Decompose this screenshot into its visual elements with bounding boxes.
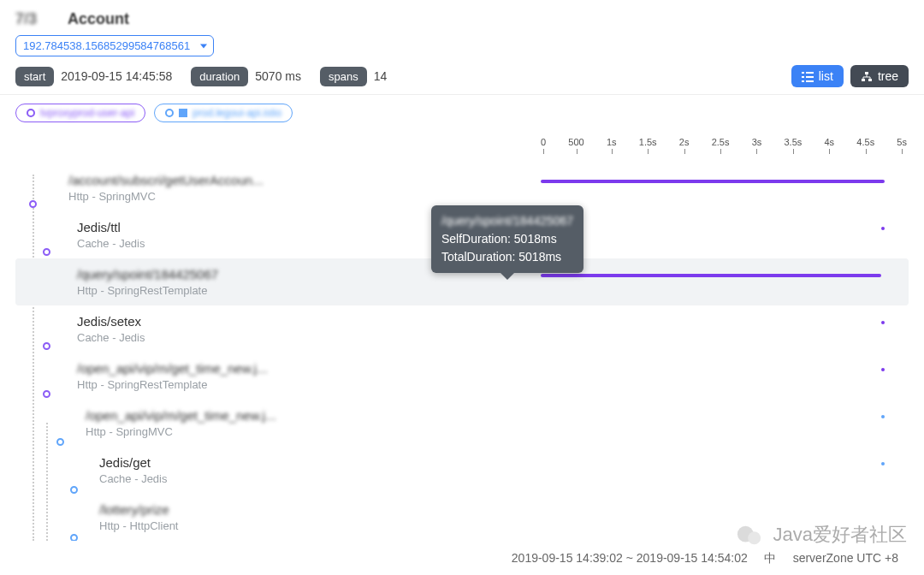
svg-point-10 xyxy=(749,531,761,544)
span-subtitle: Http - SpringRestTemplate xyxy=(77,378,909,391)
span-subtitle: Cache - Jedis xyxy=(77,331,909,344)
divider xyxy=(0,94,924,95)
svg-rect-2 xyxy=(802,76,804,78)
span-title: /open_api/vip/m/get_time_new.j... xyxy=(77,361,909,376)
svg-rect-0 xyxy=(802,72,804,74)
tz-value: serverZone UTC +8 xyxy=(793,551,898,565)
start-value: 2019-09-15 14:45:58 xyxy=(61,69,172,83)
list-icon xyxy=(802,71,814,81)
span-row[interactable]: /account/subscri/getUserAccoun... Http -… xyxy=(15,164,909,211)
duration-value: 5070 ms xyxy=(255,69,301,83)
span-row[interactable]: /open_api/vip/m/get_time_new.j... Http -… xyxy=(15,400,909,447)
span-bar xyxy=(541,180,885,183)
trace-select-wrap[interactable]: 192.784538.15685299584768561 xyxy=(15,35,214,56)
svg-rect-7 xyxy=(862,79,865,81)
time-range: 2019-09-15 14:39:02 ~ 2019-09-15 14:54:0… xyxy=(512,551,748,565)
svg-rect-4 xyxy=(802,80,804,82)
svg-rect-3 xyxy=(806,76,814,78)
span-title: Jedis/setex xyxy=(77,314,909,329)
span-bar xyxy=(541,274,881,277)
span-title: /open_api/vip/m/get_time_new.j... xyxy=(86,408,909,423)
span-bar xyxy=(881,227,885,230)
span-row[interactable]: /open_api/vip/m/get_time_new.j... Http -… xyxy=(15,353,909,400)
spans-value: 14 xyxy=(374,69,388,83)
start-label: start xyxy=(15,67,54,86)
circle-icon xyxy=(165,109,174,117)
span-title: Jedis/get xyxy=(99,455,909,470)
svg-rect-8 xyxy=(868,79,872,81)
duration-label: duration xyxy=(191,67,248,86)
tree-view-button[interactable]: tree xyxy=(850,65,909,87)
span-bar xyxy=(881,462,885,465)
span-row[interactable]: Jedis/setex Cache - Jedis xyxy=(15,305,909,353)
span-subtitle: Cache - Jedis xyxy=(99,472,909,485)
span-bar xyxy=(881,415,885,418)
svg-rect-5 xyxy=(806,80,814,82)
square-icon xyxy=(179,109,187,117)
watermark: Java爱好者社区 xyxy=(737,522,907,548)
span-title: /lottery/prize xyxy=(99,502,909,517)
breadcrumb: 7/3 Account xyxy=(15,10,909,28)
page-title: Account xyxy=(68,10,129,28)
service-tag-a[interactable]: tvproxyprod-user-api xyxy=(15,104,145,122)
list-view-button[interactable]: list xyxy=(791,65,844,87)
span-bar xyxy=(881,368,885,371)
wechat-icon xyxy=(737,524,762,548)
time-ruler: 05001s1.5s2s2.5s3s3.5s4s4.5s5s xyxy=(541,137,907,147)
footer: 2019-09-15 14:39:02 ~ 2019-09-15 14:54:0… xyxy=(512,551,898,566)
trace-id-select[interactable]: 192.784538.15685299584768561 xyxy=(15,35,214,56)
breadcrumb-1: 7/3 xyxy=(15,10,37,28)
tz-label: 中 xyxy=(764,551,776,565)
svg-rect-1 xyxy=(806,72,814,74)
span-row[interactable]: Jedis/get Cache - Jedis xyxy=(15,447,909,494)
span-bar xyxy=(881,321,885,324)
spans-label: spans xyxy=(320,67,367,86)
tree-icon xyxy=(861,71,873,81)
span-subtitle: Http - SpringMVC xyxy=(86,425,909,438)
span-subtitle: Http - SpringMVC xyxy=(68,190,909,203)
svg-rect-6 xyxy=(865,72,868,74)
span-subtitle: Http - SpringRestTemplate xyxy=(77,284,909,297)
circle-icon xyxy=(27,109,35,117)
service-tag-b[interactable]: prod.legoui-api.istio xyxy=(154,104,293,122)
span-tooltip: /query/spoint/184425067 SelfDuration: 50… xyxy=(431,205,583,273)
